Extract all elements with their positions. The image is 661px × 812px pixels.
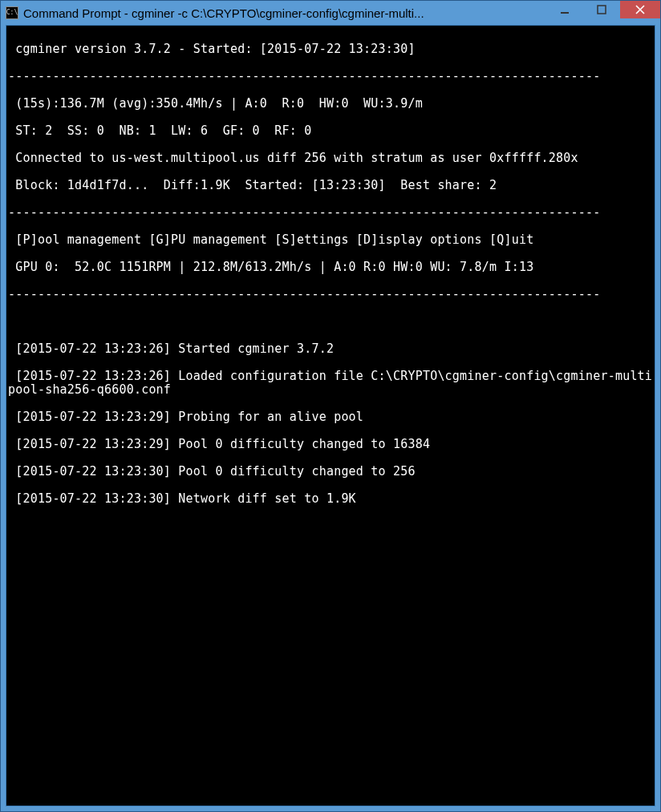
menu-line: [P]ool management [G]PU management [S]et… bbox=[8, 233, 653, 247]
log-line: [2015-07-22 13:23:30] Pool 0 difficulty … bbox=[8, 465, 653, 479]
window-title: Command Prompt - cgminer -c C:\CRYPTO\cg… bbox=[23, 6, 546, 20]
stats-line-1: (15s):136.7M (avg):350.4Mh/s | A:0 R:0 H… bbox=[8, 97, 653, 111]
block-line: Block: 1d4d1f7d... Diff:1.9K Started: [1… bbox=[8, 179, 653, 192]
divider: ----------------------------------------… bbox=[8, 70, 653, 83]
log-line: [2015-07-22 13:23:29] Probing for an ali… bbox=[8, 410, 653, 424]
version-line: cgminer version 3.7.2 - Started: [2015-0… bbox=[8, 42, 653, 56]
maximize-icon bbox=[597, 5, 606, 14]
log-line: [2015-07-22 13:23:26] Started cgminer 3.… bbox=[8, 342, 653, 356]
log-line: [2015-07-22 13:23:26] Loaded configurati… bbox=[8, 370, 653, 397]
terminal-output: cgminer version 3.7.2 - Started: [2015-0… bbox=[8, 29, 653, 533]
window-controls bbox=[546, 1, 660, 25]
close-icon bbox=[635, 5, 645, 14]
titlebar[interactable]: C:\ Command Prompt - cgminer -c C:\CRYPT… bbox=[1, 1, 660, 25]
close-button[interactable] bbox=[620, 1, 660, 18]
svg-rect-0 bbox=[561, 12, 569, 14]
command-prompt-window: C:\ Command Prompt - cgminer -c C:\CRYPT… bbox=[0, 0, 661, 812]
minimize-button[interactable] bbox=[546, 1, 583, 18]
gpu-line: GPU 0: 52.0C 1151RPM | 212.8M/613.2Mh/s … bbox=[8, 261, 653, 274]
log-line: [2015-07-22 13:23:29] Pool 0 difficulty … bbox=[8, 438, 653, 451]
maximize-button[interactable] bbox=[583, 1, 620, 18]
svg-rect-1 bbox=[598, 6, 606, 14]
minimize-icon bbox=[560, 5, 570, 14]
blank-line bbox=[8, 315, 653, 329]
cmd-icon: C:\ bbox=[6, 6, 18, 19]
log-line: [2015-07-22 13:23:30] Network diff set t… bbox=[8, 492, 653, 506]
stats-line-2: ST: 2 SS: 0 NB: 1 LW: 6 GF: 0 RF: 0 bbox=[8, 124, 653, 138]
divider: ----------------------------------------… bbox=[8, 206, 653, 220]
connected-line: Connected to us-west.multipool.us diff 2… bbox=[8, 151, 653, 165]
terminal-client-area[interactable]: cgminer version 3.7.2 - Started: [2015-0… bbox=[6, 25, 655, 806]
divider: ----------------------------------------… bbox=[8, 288, 653, 301]
